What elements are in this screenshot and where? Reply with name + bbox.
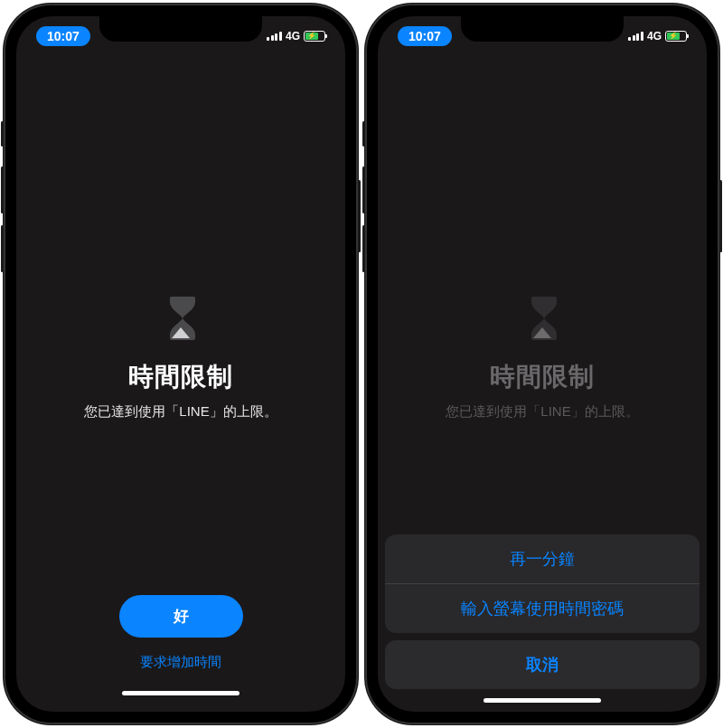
volume-up-button (1, 166, 4, 213)
time-limit-title: 時間限制 (490, 360, 595, 394)
screen-left: 10:07 4G ⚡ 時間限制 您已達到使用「LINE」的上限。 好 要 (16, 16, 345, 712)
screen-right: 10:07 4G ⚡ 時間限制 您已達到使用「LINE」的上限。 (378, 16, 707, 712)
battery-icon: ⚡ (665, 31, 687, 42)
phone-frame-left: 10:07 4G ⚡ 時間限制 您已達到使用「LINE」的上限。 好 要 (4, 4, 358, 724)
bottom-controls: 好 要求增加時間 (16, 595, 345, 712)
time-limit-subtitle: 您已達到使用「LINE」的上限。 (446, 403, 638, 421)
home-indicator[interactable] (484, 698, 601, 703)
hourglass-icon (521, 293, 564, 344)
volume-down-button (1, 225, 4, 272)
mute-switch (1, 121, 4, 147)
notch (99, 16, 262, 42)
volume-up-button (362, 166, 365, 213)
network-label: 4G (647, 30, 662, 43)
charging-icon: ⚡ (307, 33, 316, 40)
action-sheet: 再一分鐘 輸入螢幕使用時間密碼 取消 (378, 534, 707, 712)
request-more-time-link[interactable]: 要求增加時間 (140, 654, 221, 671)
action-sheet-group: 再一分鐘 輸入螢幕使用時間密碼 (385, 534, 700, 633)
battery-icon: ⚡ (304, 31, 325, 42)
home-indicator[interactable] (122, 691, 239, 695)
phone-frame-right: 10:07 4G ⚡ 時間限制 您已達到使用「LINE」的上限。 (365, 4, 719, 724)
power-button (719, 180, 722, 252)
ok-button[interactable]: 好 (119, 595, 243, 638)
cancel-button[interactable]: 取消 (385, 640, 700, 689)
network-label: 4G (286, 30, 300, 43)
status-right: 4G ⚡ (267, 30, 325, 43)
one-more-minute-option[interactable]: 再一分鐘 (385, 534, 700, 584)
signal-icon (267, 32, 282, 41)
signal-icon (628, 32, 643, 41)
status-right: 4G ⚡ (628, 30, 687, 43)
enter-passcode-option[interactable]: 輸入螢幕使用時間密碼 (385, 584, 700, 633)
hourglass-icon (159, 293, 202, 344)
time-limit-title: 時間限制 (128, 360, 233, 394)
time-limit-subtitle: 您已達到使用「LINE」的上限。 (84, 403, 277, 421)
charging-icon: ⚡ (669, 33, 678, 40)
status-time: 10:07 (398, 26, 452, 46)
notch (461, 16, 624, 42)
mute-switch (362, 121, 365, 147)
power-button (358, 180, 361, 252)
volume-down-button (362, 225, 365, 272)
status-time: 10:07 (36, 26, 90, 46)
